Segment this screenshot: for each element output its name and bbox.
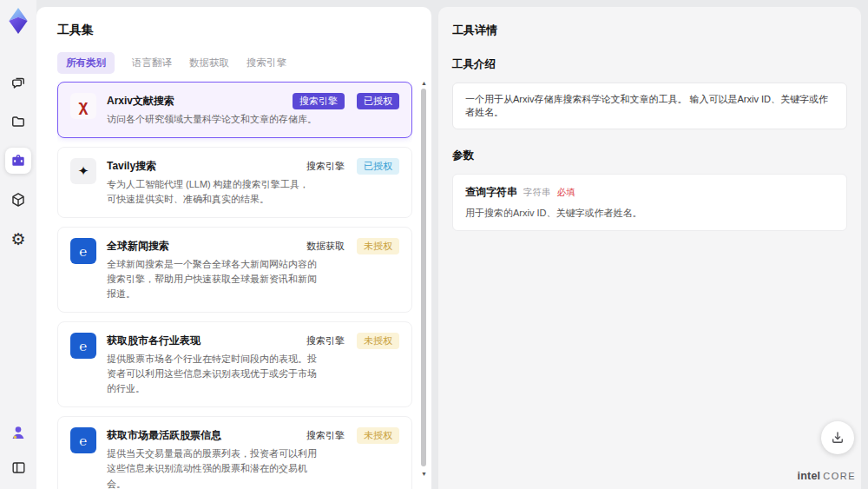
tool-description: 全球新闻搜索是一个聚合全球各大新闻网站内容的搜索引擎，帮助用户快速获取全球最新资… <box>107 257 317 301</box>
scroll-down-icon[interactable]: ▼ <box>420 471 428 477</box>
tab-all-categories[interactable]: 所有类别 <box>57 52 115 74</box>
tool-name: Tavily搜索 <box>107 159 317 174</box>
list-scrollbar[interactable]: ▲ ▼ <box>420 80 428 486</box>
toolbox-icon <box>10 152 27 169</box>
category-tabs: 所有类别 语言翻译 数据获取 搜索引擎 <box>57 52 431 74</box>
sidebar-item-settings[interactable]: ⚙ <box>5 226 31 252</box>
tool-category: 搜索引擎 <box>306 429 345 442</box>
tab-data-fetch[interactable]: 数据获取 <box>189 52 229 74</box>
intel-core-logo: intel core <box>798 470 856 482</box>
tool-description: 提供股票市场各个行业在特定时间段内的表现。投资者可以利用这些信息来识别表现优于或… <box>107 352 317 396</box>
intel-product-text: core <box>823 471 856 481</box>
gear-icon: ⚙ <box>10 231 25 248</box>
intel-brand-text: intel <box>798 470 821 482</box>
app-logo-icon <box>6 7 30 35</box>
intro-text: 一个用于从Arxiv存储库搜索科学论文和文章的工具。 输入可以是Arxiv ID… <box>452 83 847 129</box>
sidebar-item-models[interactable] <box>5 187 31 213</box>
parameter-item: 查询字符串 字符串 必填 用于搜索的Arxiv ID、关键字或作者姓名。 <box>452 174 847 231</box>
auth-status-badge: 已授权 <box>357 93 399 109</box>
download-icon <box>830 430 845 446</box>
param-name: 查询字符串 <box>465 185 517 200</box>
tool-card-tavily[interactable]: ✦ Tavily搜索 专为人工智能代理 (LLM) 构建的搜索引擎工具，可快速提… <box>57 147 412 218</box>
tool-name: 获取股市各行业表现 <box>107 334 317 348</box>
chat-icon <box>10 74 27 91</box>
auth-status-badge: 未授权 <box>357 238 399 254</box>
tool-category: 搜索引擎 <box>306 334 345 347</box>
tool-name: 获取市场最活跃股票信息 <box>107 428 317 443</box>
collapse-panel-button[interactable] <box>5 454 31 480</box>
tab-search-engine[interactable]: 搜索引擎 <box>247 52 286 74</box>
params-heading: 参数 <box>452 149 847 163</box>
param-type: 字符串 <box>523 187 551 199</box>
tool-card-arxiv[interactable]: χ Arxiv文献搜索 访问各个研究领域大量科学论文和文章的存储库。 搜索引擎 … <box>57 82 412 138</box>
stock-tool-logo-icon: ℮ <box>70 333 96 359</box>
tool-description: 访问各个研究领域大量科学论文和文章的存储库。 <box>107 112 317 127</box>
tools-list-panel: 工具集 所有类别 语言翻译 数据获取 搜索引擎 χ Arxiv文献搜索 访问各个… <box>36 7 431 489</box>
auth-status-badge: 未授权 <box>357 427 399 444</box>
stock-tool-logo-icon: ℮ <box>70 427 96 453</box>
page-title: 工具集 <box>57 23 431 38</box>
tool-description: 专为人工智能代理 (LLM) 构建的搜索引擎工具，可快速提供实时、准确和真实的结… <box>107 177 317 207</box>
param-description: 用于搜索的Arxiv ID、关键字或作者姓名。 <box>465 207 834 220</box>
arxiv-logo-icon: χ <box>70 93 96 119</box>
tool-name: 全球新闻搜索 <box>107 239 317 254</box>
param-required-badge: 必填 <box>557 187 575 199</box>
intro-heading: 工具介绍 <box>452 57 847 72</box>
news-search-logo-icon: ℮ <box>70 238 96 264</box>
tool-category: 数据获取 <box>306 240 345 253</box>
user-avatar-icon <box>10 424 27 441</box>
panel-toggle-icon <box>10 459 27 476</box>
tavily-logo-icon: ✦ <box>70 158 96 184</box>
auth-status-badge: 未授权 <box>357 333 399 349</box>
details-title: 工具详情 <box>452 23 847 38</box>
tool-name: Arxiv文献搜索 <box>107 94 317 109</box>
sidebar-item-chat[interactable] <box>5 69 31 96</box>
tool-card-most-active-stocks[interactable]: ℮ 获取市场最活跃股票信息 提供当天交易量最高的股票列表，投资者可以利用这些信息… <box>57 416 412 489</box>
tool-list: χ Arxiv文献搜索 访问各个研究领域大量科学论文和文章的存储库。 搜索引擎 … <box>57 82 412 489</box>
sidebar-item-tools[interactable] <box>5 148 31 174</box>
tool-details-panel: 工具详情 工具介绍 一个用于从Arxiv存储库搜索科学论文和文章的工具。 输入可… <box>438 7 861 489</box>
tool-description: 提供当天交易量最高的股票列表，投资者可以利用这些信息来识别流动性强的股票和潜在的… <box>107 446 317 489</box>
tab-language-translation[interactable]: 语言翻译 <box>132 52 172 74</box>
scroll-up-icon[interactable]: ▲ <box>420 80 428 86</box>
left-sidebar: ⚙ <box>0 0 36 489</box>
tool-category: 搜索引擎 <box>306 160 345 173</box>
scrollbar-thumb[interactable] <box>421 89 426 466</box>
tool-card-sector-performance[interactable]: ℮ 获取股市各行业表现 提供股票市场各个行业在特定时间段内的表现。投资者可以利用… <box>57 321 412 407</box>
sidebar-item-files[interactable] <box>5 109 31 135</box>
tool-card-global-news[interactable]: ℮ 全球新闻搜索 全球新闻搜索是一个聚合全球各大新闻网站内容的搜索引擎，帮助用户… <box>57 227 412 313</box>
download-button[interactable] <box>821 421 854 454</box>
tool-category-badge: 搜索引擎 <box>293 93 345 109</box>
cube-icon <box>10 191 27 208</box>
auth-status-badge: 已授权 <box>357 158 399 175</box>
folder-icon <box>10 113 27 130</box>
profile-avatar[interactable] <box>5 420 31 446</box>
